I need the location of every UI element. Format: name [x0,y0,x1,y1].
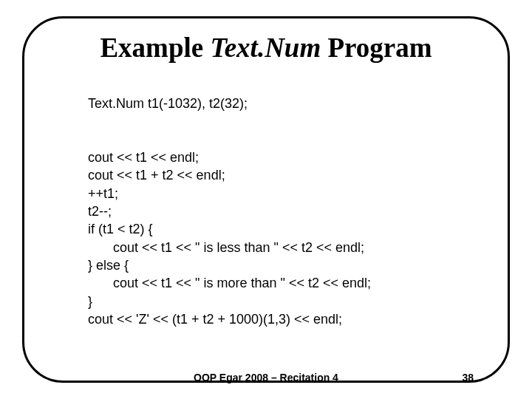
title-italic: Text.Num [210,33,321,63]
page-number: 38 [462,372,474,383]
code-blank-1 [88,113,480,131]
code-line-10: } [88,294,92,309]
code-line-3: cout << t1 + t2 << endl; [88,168,225,183]
code-line-4: ++t1; [88,186,118,201]
code-line-9: cout << t1 << " is more than " << t2 << … [88,274,371,292]
code-line-1: Text.Num t1(-1032), t2(32); [88,96,248,111]
slide-frame: Example Text.Num Program Text.Num t1(-10… [22,16,510,383]
title-pre: Example [100,33,210,63]
slide: Example Text.Num Program Text.Num t1(-10… [0,0,532,399]
code-line-5: t2--; [88,204,112,219]
slide-title: Example Text.Num Program [52,32,480,64]
code-line-11: cout << 'Z' << (t1 + t2 + 1000)(1,3) << … [88,312,342,327]
code-line-2: cout << t1 << endl; [88,150,199,165]
footer-text: OOP Egar 2008 – Recitation 4 [24,372,508,383]
code-block: Text.Num t1(-1032), t2(32); cout << t1 <… [88,77,480,346]
code-line-8: } else { [88,258,129,273]
title-post: Program [321,33,432,63]
code-line-7: cout << t1 << " is less than " << t2 << … [88,239,364,256]
code-line-6: if (t1 < t2) { [88,222,153,236]
